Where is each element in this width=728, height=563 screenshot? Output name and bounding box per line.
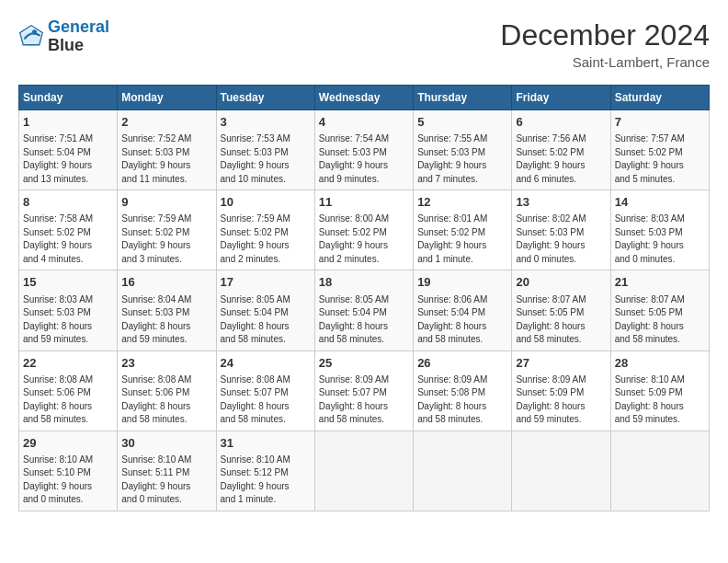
- day-number: 9: [121, 194, 211, 211]
- calendar-day-cell: 6Sunrise: 7:56 AMSunset: 5:02 PMDaylight…: [512, 110, 610, 190]
- main-title: December 2024: [500, 18, 710, 52]
- day-number: 10: [221, 194, 311, 211]
- day-detail: Sunrise: 8:03 AMSunset: 5:03 PMDaylight:…: [23, 293, 113, 347]
- calendar-day-cell: 13Sunrise: 8:02 AMSunset: 5:03 PMDayligh…: [512, 190, 610, 270]
- day-detail: Sunrise: 8:03 AMSunset: 5:03 PMDaylight:…: [615, 213, 705, 266]
- calendar-day-cell: 4Sunrise: 7:54 AMSunset: 5:03 PMDaylight…: [314, 110, 413, 190]
- calendar-day-cell: 18Sunrise: 8:05 AMSunset: 5:04 PMDayligh…: [314, 270, 413, 350]
- day-number: 18: [319, 274, 409, 291]
- day-number: 8: [23, 194, 113, 211]
- calendar-day-cell: [414, 431, 512, 511]
- day-number: 13: [516, 194, 606, 211]
- calendar-table: Sunday Monday Tuesday Wednesday Thursday…: [18, 85, 710, 511]
- calendar-day-cell: 8Sunrise: 7:58 AMSunset: 5:02 PMDaylight…: [19, 190, 118, 270]
- logo-text: General Blue: [48, 18, 109, 55]
- day-number: 5: [417, 114, 507, 131]
- calendar-day-cell: 25Sunrise: 8:09 AMSunset: 5:07 PMDayligh…: [314, 350, 413, 431]
- day-number: 28: [615, 355, 705, 372]
- col-tuesday: Tuesday: [216, 86, 314, 110]
- calendar-day-cell: 14Sunrise: 8:03 AMSunset: 5:03 PMDayligh…: [610, 190, 709, 270]
- day-detail: Sunrise: 8:07 AMSunset: 5:05 PMDaylight:…: [516, 293, 606, 347]
- day-detail: Sunrise: 8:07 AMSunset: 5:05 PMDaylight:…: [615, 293, 705, 347]
- calendar-week-row: 8Sunrise: 7:58 AMSunset: 5:02 PMDaylight…: [19, 190, 710, 270]
- calendar-day-cell: 3Sunrise: 7:53 AMSunset: 5:03 PMDaylight…: [216, 110, 314, 190]
- calendar-day-cell: 2Sunrise: 7:52 AMSunset: 5:03 PMDaylight…: [118, 110, 216, 190]
- day-detail: Sunrise: 7:57 AMSunset: 5:02 PMDaylight:…: [615, 132, 705, 186]
- day-number: 26: [417, 355, 507, 372]
- day-detail: Sunrise: 8:05 AMSunset: 5:04 PMDaylight:…: [221, 293, 311, 347]
- day-number: 23: [121, 355, 211, 372]
- day-detail: Sunrise: 7:52 AMSunset: 5:03 PMDaylight:…: [121, 132, 211, 186]
- col-saturday: Saturday: [610, 86, 709, 110]
- day-detail: Sunrise: 8:10 AMSunset: 5:11 PMDaylight:…: [121, 454, 211, 507]
- title-block: December 2024 Saint-Lambert, France: [500, 18, 710, 70]
- logo-line2: Blue: [48, 37, 109, 55]
- calendar-day-cell: [610, 431, 709, 511]
- calendar-day-cell: 29Sunrise: 8:10 AMSunset: 5:10 PMDayligh…: [19, 431, 118, 511]
- day-number: 6: [516, 114, 606, 131]
- day-number: 21: [615, 274, 705, 291]
- day-number: 22: [23, 355, 113, 372]
- calendar-day-cell: 30Sunrise: 8:10 AMSunset: 5:11 PMDayligh…: [118, 431, 216, 511]
- calendar-day-cell: 19Sunrise: 8:06 AMSunset: 5:04 PMDayligh…: [414, 270, 512, 350]
- day-number: 14: [615, 194, 705, 211]
- day-detail: Sunrise: 8:10 AMSunset: 5:09 PMDaylight:…: [615, 373, 705, 427]
- day-number: 4: [319, 114, 409, 131]
- day-detail: Sunrise: 7:51 AMSunset: 5:04 PMDaylight:…: [23, 132, 113, 186]
- calendar-week-row: 1Sunrise: 7:51 AMSunset: 5:04 PMDaylight…: [19, 110, 710, 190]
- day-detail: Sunrise: 7:59 AMSunset: 5:02 PMDaylight:…: [121, 213, 211, 266]
- calendar-day-cell: 16Sunrise: 8:04 AMSunset: 5:03 PMDayligh…: [118, 270, 216, 350]
- calendar-day-cell: 28Sunrise: 8:10 AMSunset: 5:09 PMDayligh…: [610, 350, 709, 431]
- calendar-day-cell: 11Sunrise: 8:00 AMSunset: 5:02 PMDayligh…: [314, 190, 413, 270]
- day-detail: Sunrise: 7:53 AMSunset: 5:03 PMDaylight:…: [221, 132, 311, 186]
- subtitle: Saint-Lambert, France: [500, 54, 710, 70]
- day-detail: Sunrise: 8:08 AMSunset: 5:06 PMDaylight:…: [23, 373, 113, 427]
- day-number: 15: [23, 274, 113, 291]
- day-detail: Sunrise: 8:00 AMSunset: 5:02 PMDaylight:…: [319, 213, 409, 266]
- day-number: 27: [516, 355, 606, 372]
- svg-point-2: [32, 29, 37, 34]
- day-detail: Sunrise: 8:10 AMSunset: 5:10 PMDaylight:…: [23, 454, 113, 507]
- col-sunday: Sunday: [19, 86, 118, 110]
- calendar-day-cell: 31Sunrise: 8:10 AMSunset: 5:12 PMDayligh…: [216, 431, 314, 511]
- col-friday: Friday: [512, 86, 610, 110]
- day-detail: Sunrise: 7:56 AMSunset: 5:02 PMDaylight:…: [516, 132, 606, 186]
- day-detail: Sunrise: 8:04 AMSunset: 5:03 PMDaylight:…: [121, 293, 211, 347]
- day-number: 7: [615, 114, 705, 131]
- day-detail: Sunrise: 8:10 AMSunset: 5:12 PMDaylight:…: [221, 454, 311, 507]
- calendar-day-cell: 20Sunrise: 8:07 AMSunset: 5:05 PMDayligh…: [512, 270, 610, 350]
- day-detail: Sunrise: 8:06 AMSunset: 5:04 PMDaylight:…: [417, 293, 507, 347]
- day-detail: Sunrise: 7:54 AMSunset: 5:03 PMDaylight:…: [319, 132, 409, 186]
- page-header: General Blue December 2024 Saint-Lambert…: [18, 18, 710, 70]
- day-number: 16: [121, 274, 211, 291]
- day-number: 24: [221, 355, 311, 372]
- calendar-week-row: 29Sunrise: 8:10 AMSunset: 5:10 PMDayligh…: [19, 431, 710, 511]
- calendar-day-cell: 9Sunrise: 7:59 AMSunset: 5:02 PMDaylight…: [118, 190, 216, 270]
- calendar-day-cell: 17Sunrise: 8:05 AMSunset: 5:04 PMDayligh…: [216, 270, 314, 350]
- day-number: 19: [417, 274, 507, 291]
- day-number: 2: [121, 114, 211, 131]
- calendar-day-cell: 21Sunrise: 8:07 AMSunset: 5:05 PMDayligh…: [610, 270, 709, 350]
- calendar-week-row: 22Sunrise: 8:08 AMSunset: 5:06 PMDayligh…: [19, 350, 710, 431]
- day-detail: Sunrise: 8:05 AMSunset: 5:04 PMDaylight:…: [319, 293, 409, 347]
- calendar-day-cell: 7Sunrise: 7:57 AMSunset: 5:02 PMDaylight…: [610, 110, 709, 190]
- calendar-day-cell: 24Sunrise: 8:08 AMSunset: 5:07 PMDayligh…: [216, 350, 314, 431]
- day-detail: Sunrise: 8:08 AMSunset: 5:06 PMDaylight:…: [121, 373, 211, 427]
- calendar-day-cell: 23Sunrise: 8:08 AMSunset: 5:06 PMDayligh…: [118, 350, 216, 431]
- day-detail: Sunrise: 8:01 AMSunset: 5:02 PMDaylight:…: [417, 213, 507, 266]
- calendar-day-cell: 10Sunrise: 7:59 AMSunset: 5:02 PMDayligh…: [216, 190, 314, 270]
- day-detail: Sunrise: 7:55 AMSunset: 5:03 PMDaylight:…: [417, 132, 507, 186]
- calendar-day-cell: 5Sunrise: 7:55 AMSunset: 5:03 PMDaylight…: [414, 110, 512, 190]
- logo-line1: General: [48, 17, 109, 36]
- day-detail: Sunrise: 8:09 AMSunset: 5:09 PMDaylight:…: [516, 373, 606, 427]
- calendar-day-cell: [314, 431, 413, 511]
- day-detail: Sunrise: 7:58 AMSunset: 5:02 PMDaylight:…: [23, 213, 113, 266]
- logo: General Blue: [18, 18, 109, 55]
- calendar-day-cell: 27Sunrise: 8:09 AMSunset: 5:09 PMDayligh…: [512, 350, 610, 431]
- day-detail: Sunrise: 8:09 AMSunset: 5:07 PMDaylight:…: [319, 373, 409, 427]
- calendar-day-cell: 15Sunrise: 8:03 AMSunset: 5:03 PMDayligh…: [19, 270, 118, 350]
- calendar-day-cell: [512, 431, 610, 511]
- day-detail: Sunrise: 8:08 AMSunset: 5:07 PMDaylight:…: [221, 373, 311, 427]
- day-number: 1: [23, 114, 113, 131]
- day-number: 11: [319, 194, 409, 211]
